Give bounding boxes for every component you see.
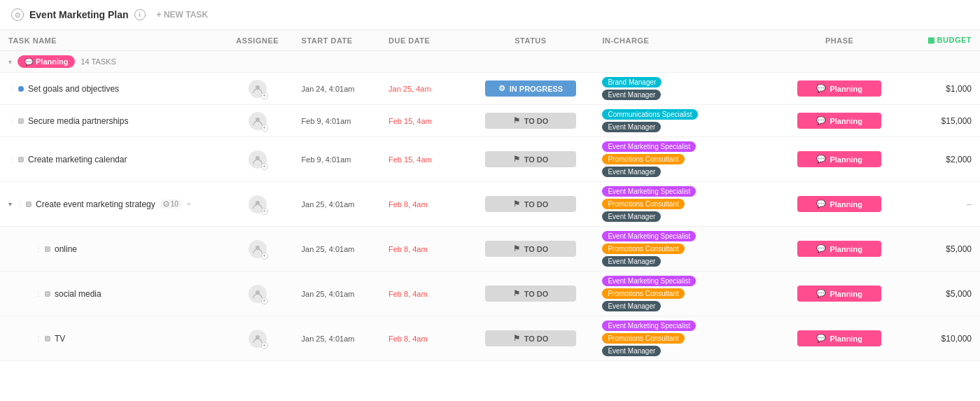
task-name[interactable]: Secure media partnerships bbox=[28, 116, 128, 126]
add-assignee-icon[interactable]: + bbox=[261, 208, 268, 215]
incharge-badge[interactable]: Event Manager bbox=[602, 122, 661, 132]
add-assignee-icon[interactable]: + bbox=[261, 342, 268, 349]
status-badge-todo[interactable]: ⚑ TO DO bbox=[485, 330, 576, 346]
chat-icon: 💬 bbox=[24, 58, 33, 66]
assignee-avatar[interactable]: + bbox=[248, 330, 267, 348]
info-icon[interactable]: i bbox=[134, 9, 146, 20]
task-name[interactable]: Create marketing calendar bbox=[28, 155, 127, 164]
drag-handle[interactable]: ⋮⋮ bbox=[8, 155, 14, 163]
phase-badge[interactable]: 💬 Planning bbox=[797, 330, 881, 346]
assignee-cell: + bbox=[222, 316, 293, 361]
table-row: ⋮⋮ online + Jan 25, 4:01am Feb 8, 4am ⚑ bbox=[0, 227, 980, 272]
due-date: Feb 8, 4am bbox=[388, 245, 428, 253]
incharge-badge[interactable]: Event Manager bbox=[602, 90, 661, 100]
col-header-due: DUE DATE bbox=[380, 30, 467, 51]
incharge-badge[interactable]: Event Marketing Specialist bbox=[602, 321, 696, 331]
status-badge-in-progress[interactable]: ⚙ IN PROGRESS bbox=[485, 80, 576, 97]
phase-badge[interactable]: 💬 Planning bbox=[797, 113, 881, 129]
incharge-badge[interactable]: Event Manager bbox=[602, 301, 661, 311]
new-task-button[interactable]: + NEW TASK bbox=[151, 7, 214, 22]
task-dot bbox=[26, 202, 31, 207]
assignee-avatar[interactable]: + bbox=[248, 240, 267, 258]
task-name[interactable]: TV bbox=[55, 334, 65, 344]
start-date: Jan 25, 4:01am bbox=[302, 335, 355, 343]
drag-handle[interactable]: ⋮⋮ bbox=[8, 117, 14, 125]
add-assignee-icon[interactable]: + bbox=[261, 297, 268, 304]
incharge-badge[interactable]: Promotions Consultant bbox=[602, 288, 684, 299]
drag-handle[interactable]: ⋮⋮ bbox=[35, 290, 41, 297]
phase-badge[interactable]: 💬 Planning bbox=[797, 151, 881, 167]
status-badge-todo[interactable]: ⚑ TO DO bbox=[485, 241, 576, 257]
status-cell[interactable]: ⚑ TO DO bbox=[467, 182, 594, 227]
budget-cell: – bbox=[911, 182, 980, 227]
task-name[interactable]: Set goals and objectives bbox=[28, 84, 119, 94]
assignee-avatar[interactable]: + bbox=[248, 195, 267, 213]
start-date-cell: Jan 25, 4:01am bbox=[293, 316, 380, 361]
status-badge-todo[interactable]: ⚑ TO DO bbox=[485, 286, 576, 302]
due-date-cell: Feb 8, 4am bbox=[380, 272, 467, 316]
drag-handle[interactable]: ⋮⋮ bbox=[35, 245, 41, 253]
drag-handle[interactable]: ⋮⋮ bbox=[35, 335, 41, 342]
table-row: ⋮⋮ Set goals and objectives + Jan 24, 4:… bbox=[0, 73, 980, 105]
add-assignee-icon[interactable]: + bbox=[261, 125, 268, 132]
drag-handle[interactable]: ⋮⋮ bbox=[8, 85, 14, 92]
page-title-area: ⊙ Event Marketing Plan i + NEW TASK bbox=[11, 7, 214, 22]
incharge-cell: Communications Specialist Event Manager bbox=[594, 105, 768, 137]
incharge-badge[interactable]: Event Manager bbox=[602, 211, 661, 222]
due-date-cell: Feb 15, 4am bbox=[380, 137, 467, 182]
flag-icon: ⚑ bbox=[513, 244, 520, 253]
status-cell[interactable]: ⚑ TO DO bbox=[467, 227, 594, 272]
status-cell[interactable]: ⚑ TO DO bbox=[467, 137, 594, 182]
status-cell[interactable]: ⚑ TO DO bbox=[467, 316, 594, 361]
add-assignee-icon[interactable]: + bbox=[261, 163, 268, 170]
status-badge-todo[interactable]: ⚑ TO DO bbox=[485, 196, 576, 212]
phase-cell: 💬 Planning bbox=[768, 105, 911, 137]
status-badge-todo[interactable]: ⚑ TO DO bbox=[485, 113, 576, 129]
drag-handle[interactable]: ⋮⋮ bbox=[16, 200, 22, 208]
assignee-avatar[interactable]: + bbox=[248, 80, 267, 98]
subtask-count[interactable]: 10 bbox=[160, 199, 182, 209]
task-dot bbox=[45, 336, 50, 342]
phase-badge[interactable]: 💬 Planning bbox=[797, 286, 881, 302]
incharge-badge[interactable]: Event Manager bbox=[602, 167, 661, 177]
incharge-badge[interactable]: Communications Specialist bbox=[602, 109, 697, 120]
assignee-cell: + bbox=[222, 227, 293, 272]
status-cell[interactable]: ⚙ IN PROGRESS bbox=[467, 73, 594, 105]
incharge-badge[interactable]: Event Manager bbox=[602, 256, 661, 267]
task-name[interactable]: Create event marketing strategy bbox=[36, 199, 155, 209]
expand-arrow[interactable]: ▾ bbox=[8, 200, 12, 208]
col-header-phase: PHASE bbox=[768, 30, 911, 51]
incharge-badge[interactable]: Promotions Consultant bbox=[602, 154, 684, 164]
table-header-row: TASK NAME ASSIGNEE START DATE DUE DATE S… bbox=[0, 30, 980, 51]
chat-icon: 💬 bbox=[816, 199, 826, 209]
budget-value: $2,000 bbox=[919, 155, 972, 164]
phase-badge[interactable]: 💬 Planning bbox=[797, 241, 881, 257]
task-name[interactable]: social media bbox=[55, 289, 102, 299]
incharge-badge[interactable]: Brand Manager bbox=[602, 77, 662, 87]
budget-cell: $5,000 bbox=[911, 227, 980, 272]
status-cell[interactable]: ⚑ TO DO bbox=[467, 105, 594, 137]
task-dot bbox=[18, 118, 24, 124]
assignee-avatar[interactable]: + bbox=[248, 285, 267, 303]
start-date-cell: Jan 24, 4:01am bbox=[293, 73, 380, 105]
incharge-badge[interactable]: Event Marketing Specialist bbox=[602, 186, 696, 197]
collapse-icon[interactable]: ⊙ bbox=[11, 8, 24, 21]
task-name[interactable]: online bbox=[55, 244, 77, 254]
incharge-badge[interactable]: Event Marketing Specialist bbox=[602, 231, 696, 241]
incharge-badge[interactable]: Event Manager bbox=[602, 346, 661, 356]
add-subtask-icon[interactable]: + bbox=[186, 199, 192, 209]
add-assignee-icon[interactable]: + bbox=[261, 92, 268, 99]
incharge-badge[interactable]: Promotions Consultant bbox=[602, 199, 684, 209]
incharge-badge[interactable]: Promotions Consultant bbox=[602, 333, 684, 344]
phase-badge[interactable]: 💬 Planning bbox=[797, 196, 881, 212]
incharge-badge[interactable]: Event Marketing Specialist bbox=[602, 141, 696, 152]
incharge-badge[interactable]: Promotions Consultant bbox=[602, 244, 684, 254]
status-badge-todo[interactable]: ⚑ TO DO bbox=[485, 151, 576, 167]
add-assignee-icon[interactable]: + bbox=[261, 253, 268, 260]
assignee-avatar[interactable]: + bbox=[248, 112, 267, 130]
status-cell[interactable]: ⚑ TO DO bbox=[467, 272, 594, 316]
group-collapse-icon[interactable]: ▾ bbox=[8, 58, 12, 66]
assignee-avatar[interactable]: + bbox=[248, 150, 267, 169]
phase-badge[interactable]: 💬 Planning bbox=[797, 80, 881, 97]
incharge-badge[interactable]: Event Marketing Specialist bbox=[602, 276, 696, 286]
